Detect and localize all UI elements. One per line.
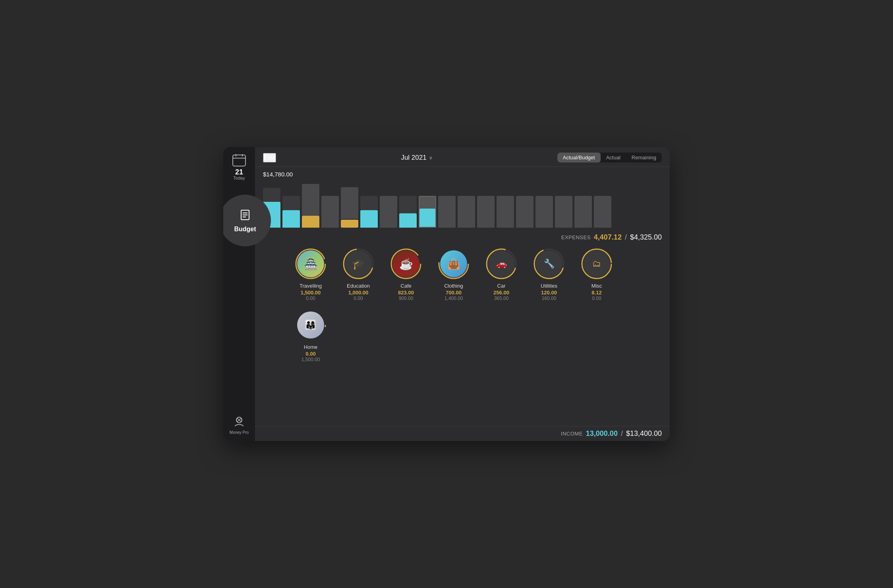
- svg-rect-0: [233, 155, 245, 166]
- main-content: Edit Jul 2021 ∨ Actual/Budget Actual Rem…: [255, 147, 670, 441]
- car-circle: 🚗: [485, 248, 517, 280]
- category-education[interactable]: 🎓 Education 1,000.00 0.00: [338, 248, 378, 301]
- chart-section: $14,780.00: [255, 167, 670, 231]
- chart-bar-13[interactable]: [497, 196, 514, 228]
- travelling-budget: 0.00: [306, 296, 315, 301]
- chevron-down-icon: ∨: [429, 155, 433, 161]
- category-misc[interactable]: 🗂 Misc 8.12 0.00: [577, 248, 617, 301]
- app-wrapper: 21 Today Budget: [223, 147, 670, 441]
- chart-bar-3-group[interactable]: [302, 184, 319, 228]
- education-circle: 🎓: [342, 248, 374, 280]
- chart-bar-12[interactable]: [477, 196, 495, 228]
- budget-label: Budget: [234, 226, 256, 233]
- categories-row-1: 🏯 Travelling 1,500.00 0.00 🎓: [291, 248, 662, 301]
- remaining-view-button[interactable]: Remaining: [626, 153, 662, 162]
- category-travelling[interactable]: 🏯 Travelling 1,500.00 0.00: [291, 248, 331, 301]
- expenses-budget-value: $4,325.00: [630, 233, 662, 242]
- cafe-name: Cafe: [400, 283, 411, 289]
- misc-actual: 8.12: [591, 290, 601, 296]
- cafe-actual: 823.00: [398, 290, 414, 296]
- utilities-budget: 160.00: [542, 296, 557, 301]
- chart-bar-5-group[interactable]: [341, 187, 358, 228]
- month-selector[interactable]: Jul 2021 ∨: [401, 154, 432, 162]
- chart-bar-16[interactable]: [555, 196, 572, 228]
- education-actual: 1,000.00: [348, 290, 369, 296]
- category-cafe[interactable]: ☕ Cafe 823.00 900.00: [386, 248, 426, 301]
- today-number: 21: [235, 168, 243, 176]
- misc-budget: 0.00: [592, 296, 601, 301]
- svg-rect-7: [243, 217, 246, 217]
- cafe-circle: ☕: [390, 248, 422, 280]
- chart-bar-15[interactable]: [535, 196, 553, 228]
- svg-rect-6: [243, 215, 247, 215]
- car-budget: 365.00: [494, 296, 509, 301]
- svg-point-8: [236, 417, 242, 423]
- chart-bar-6[interactable]: [360, 196, 378, 228]
- actual-view-button[interactable]: Actual: [601, 153, 626, 162]
- income-actual-value: 13,000.00: [586, 429, 618, 438]
- chart-bar-2[interactable]: [282, 196, 300, 228]
- expenses-actual-value: 4,407.12: [594, 233, 622, 242]
- income-summary: INCOME 13,000.00 / $13,400.00: [255, 426, 670, 441]
- view-toggle: Actual/Budget Actual Remaining: [557, 153, 662, 162]
- header: Edit Jul 2021 ∨ Actual/Budget Actual Rem…: [255, 147, 670, 167]
- chart-bar-18[interactable]: [594, 196, 611, 228]
- home-name: Home: [304, 344, 318, 350]
- clothing-actual: 700.00: [446, 290, 462, 296]
- chart-bar-7[interactable]: [380, 196, 397, 228]
- chart-bar-8[interactable]: [399, 196, 417, 228]
- education-name: Education: [347, 283, 370, 289]
- expenses-separator: /: [625, 233, 627, 242]
- home-actual: 0.00: [305, 351, 315, 357]
- income-separator: /: [621, 429, 623, 438]
- today-label: Today: [233, 176, 245, 180]
- categories-row-2: 👨‍👩‍👧 Home 0.00 1,500.00: [291, 309, 662, 362]
- travelling-circle: 🏯: [295, 248, 327, 280]
- sidebar: 21 Today Budget: [223, 147, 255, 441]
- edit-button[interactable]: Edit: [263, 153, 276, 162]
- chart-bar-10[interactable]: [438, 196, 456, 228]
- home-budget: 1,500.00: [302, 357, 320, 362]
- svg-rect-5: [243, 213, 247, 213]
- actual-budget-view-button[interactable]: Actual/Budget: [557, 153, 601, 162]
- category-car[interactable]: 🚗 Car 256.00 365.00: [481, 248, 521, 301]
- chart-total-amount: $14,780.00: [263, 171, 662, 178]
- travelling-actual: 1,500.00: [301, 290, 321, 296]
- budget-chart: [263, 180, 662, 228]
- money-pro-icon: [234, 416, 245, 429]
- clothing-circle: 👜: [438, 248, 470, 280]
- car-actual: 256.00: [493, 290, 509, 296]
- category-home[interactable]: 👨‍👩‍👧 Home 0.00 1,500.00: [291, 309, 331, 362]
- travelling-name: Travelling: [300, 283, 322, 289]
- income-budget-value: $13,400.00: [626, 429, 662, 438]
- cafe-budget: 900.00: [399, 296, 414, 301]
- clothing-name: Clothing: [444, 283, 463, 289]
- income-label: INCOME: [561, 431, 583, 437]
- expenses-label: EXPENSES: [561, 234, 591, 240]
- budget-icon: [239, 209, 251, 224]
- utilities-circle: 🔧: [533, 248, 565, 280]
- sidebar-today: 21 Today: [232, 153, 246, 180]
- clothing-budget: 1,400.00: [445, 296, 463, 301]
- misc-name: Misc: [591, 283, 602, 289]
- chart-bar-9[interactable]: [419, 196, 436, 228]
- home-circle: 👨‍👩‍👧: [295, 309, 327, 341]
- money-pro-nav[interactable]: Money Pro: [223, 416, 255, 435]
- chart-bar-11[interactable]: [458, 196, 475, 228]
- expenses-summary: EXPENSES 4,407.12 / $4,325.00: [255, 231, 670, 244]
- money-pro-label: Money Pro: [230, 430, 249, 435]
- education-budget: 0.00: [354, 296, 363, 301]
- category-clothing[interactable]: 👜 Clothing 700.00 1,400.00: [434, 248, 474, 301]
- car-name: Car: [497, 283, 506, 289]
- utilities-name: Utilities: [541, 283, 557, 289]
- chart-bar-4[interactable]: [321, 196, 339, 228]
- categories-section: 🏯 Travelling 1,500.00 0.00 🎓: [255, 244, 670, 426]
- month-label: Jul 2021: [401, 154, 426, 162]
- category-utilities[interactable]: 🔧 Utilities 120.00 160.00: [529, 248, 569, 301]
- chart-bar-14[interactable]: [516, 196, 533, 228]
- misc-circle: 🗂: [581, 248, 613, 280]
- utilities-actual: 120.00: [541, 290, 557, 296]
- chart-bar-17[interactable]: [574, 196, 592, 228]
